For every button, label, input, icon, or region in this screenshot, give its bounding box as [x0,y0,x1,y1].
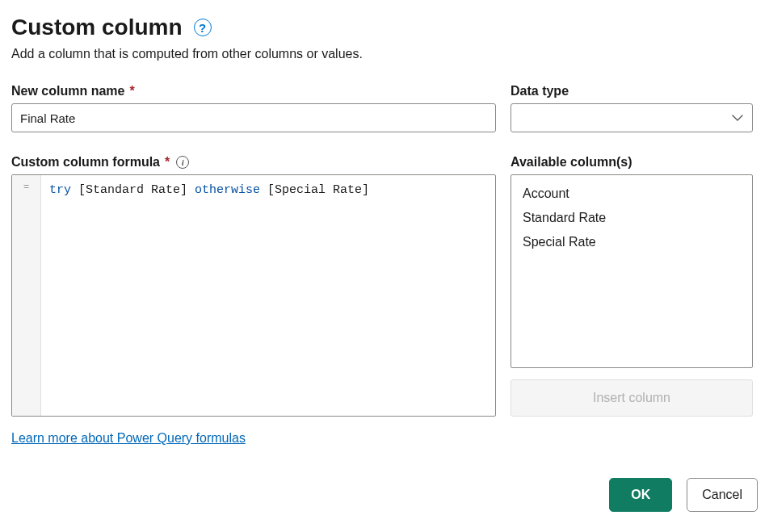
formula-gutter: = [12,175,41,416]
column-name-input[interactable] [11,103,496,132]
list-item[interactable]: Standard Rate [521,206,742,230]
formula-token: [Standard Rate] [71,183,195,197]
required-star-icon: * [165,155,170,170]
column-name-label-text: New column name [11,84,124,98]
formula-token: [Special Rate] [260,183,369,197]
formula-editor[interactable]: = try [Standard Rate] otherwise [Special… [11,174,496,417]
column-name-label: New column name * [11,84,496,98]
data-type-select[interactable] [511,103,753,132]
formula-label: Custom column formula * i [11,155,496,170]
info-icon[interactable]: i [176,156,189,169]
help-icon[interactable]: ? [194,19,212,36]
data-type-label: Data type [511,84,753,98]
cancel-button[interactable]: Cancel [687,478,758,512]
formula-body[interactable]: try [Standard Rate] otherwise [Special R… [41,175,495,416]
available-columns-label: Available column(s) [511,155,753,170]
insert-column-button[interactable]: Insert column [511,379,753,417]
data-type-label-text: Data type [511,84,569,98]
formula-token: try [49,183,71,197]
learn-more-link[interactable]: Learn more about Power Query formulas [11,431,496,446]
available-columns-list[interactable]: AccountStandard RateSpecial Rate [511,174,753,368]
formula-label-text: Custom column formula [11,155,160,170]
dialog-subtitle: Add a column that is computed from other… [11,47,758,61]
list-item[interactable]: Account [521,182,742,206]
formula-token: otherwise [195,183,260,197]
ok-button[interactable]: OK [609,478,672,512]
available-columns-label-text: Available column(s) [511,155,632,170]
list-item[interactable]: Special Rate [521,230,742,254]
dialog-title: Custom column [11,15,183,40]
required-star-icon: * [129,84,134,98]
